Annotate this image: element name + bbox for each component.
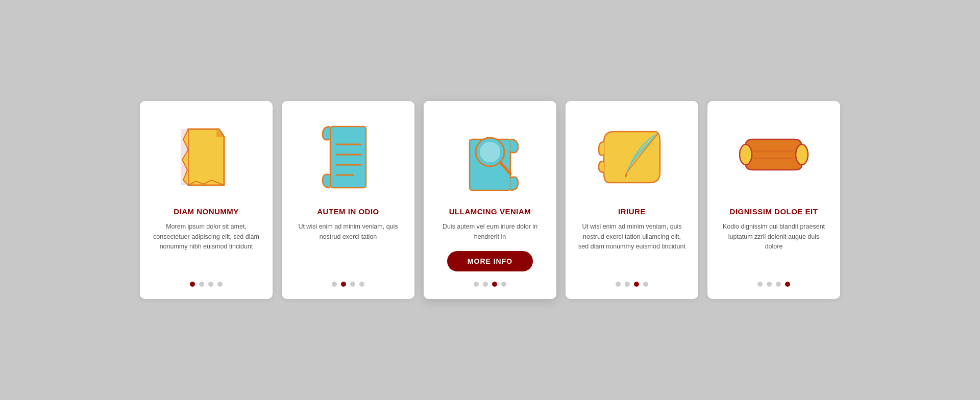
icon-area-5: [720, 116, 828, 198]
icon-area-1: [152, 116, 260, 198]
dot-1-1: [199, 282, 204, 287]
dot-1-0: [190, 282, 195, 287]
card-1-text: Morem ipsum dolor sit amet, consectetuer…: [152, 222, 260, 271]
dot-4-3: [643, 282, 648, 287]
card-4-dots: [616, 282, 648, 287]
dot-3-1: [483, 282, 488, 287]
svg-rect-3: [330, 127, 366, 188]
card-2-title: AUTEM IN ODIO: [317, 207, 379, 216]
dot-4-2: [634, 282, 639, 287]
dot-1-3: [217, 282, 223, 287]
card-1-title: DIAM NONUMMY: [174, 207, 239, 216]
card-2-text: Ut wisi enim ad minim veniam, quis nostr…: [294, 222, 402, 271]
card-3: ULLAMCING VENIAM Duis autem vel eum iriu…: [424, 101, 556, 299]
dot-2-0: [332, 282, 337, 287]
dot-2-1: [341, 282, 346, 287]
cards-container: DIAM NONUMMY Morem ipsum dolor sit amet,…: [109, 81, 871, 319]
dot-5-1: [767, 282, 772, 287]
dot-3-0: [474, 282, 479, 287]
icon-area-3: [436, 116, 544, 198]
dot-4-0: [616, 282, 621, 287]
dot-5-2: [776, 282, 781, 287]
dot-2-3: [359, 282, 364, 287]
scroll-rolled-icon: [738, 132, 810, 183]
card-5-dots: [757, 282, 790, 287]
card-3-text: Duis autem vel eum iriure dolor in hendr…: [436, 222, 544, 242]
svg-marker-0: [188, 129, 224, 185]
card-3-dots: [474, 282, 506, 287]
svg-point-12: [480, 142, 500, 162]
scroll-search-icon: [457, 119, 523, 195]
card-4-title: IRIURE: [618, 207, 646, 216]
dot-3-2: [492, 282, 497, 287]
card-2-dots: [332, 282, 364, 287]
dot-1-2: [208, 282, 213, 287]
dot-5-3: [785, 282, 790, 287]
card-1: DIAM NONUMMY Morem ipsum dolor sit amet,…: [140, 101, 273, 299]
dot-4-1: [625, 282, 630, 287]
scroll-lines-icon: [320, 121, 376, 193]
card-5: DIGNISSIM DOLOE EIT Kodio dignissim qui …: [707, 101, 840, 299]
scroll-quill-icon: [599, 127, 665, 188]
card-5-text: Kodio dignissim qui blandit praesent lup…: [720, 222, 828, 271]
card-3-title: ULLAMCING VENIAM: [449, 207, 531, 216]
card-2: AUTEM IN ODIO Ut wisi enim ad minim veni…: [282, 101, 414, 299]
card-5-title: DIGNISSIM DOLOE EIT: [730, 207, 818, 216]
icon-area-2: [294, 116, 402, 198]
dot-5-0: [757, 282, 763, 287]
card-4: IRIURE Ut wisi enim ad minim veniam, qui…: [566, 101, 698, 299]
dot-2-2: [350, 282, 355, 287]
torn-paper-icon: [178, 124, 234, 190]
svg-point-15: [740, 144, 752, 165]
card-4-text: Ut wisi enim ad minim veniam, quis nostr…: [578, 222, 686, 271]
card-1-dots: [190, 282, 223, 287]
icon-area-4: [578, 116, 686, 198]
dot-3-3: [501, 282, 506, 287]
svg-point-16: [796, 144, 808, 165]
more-info-button[interactable]: MORE INFO: [447, 251, 533, 271]
